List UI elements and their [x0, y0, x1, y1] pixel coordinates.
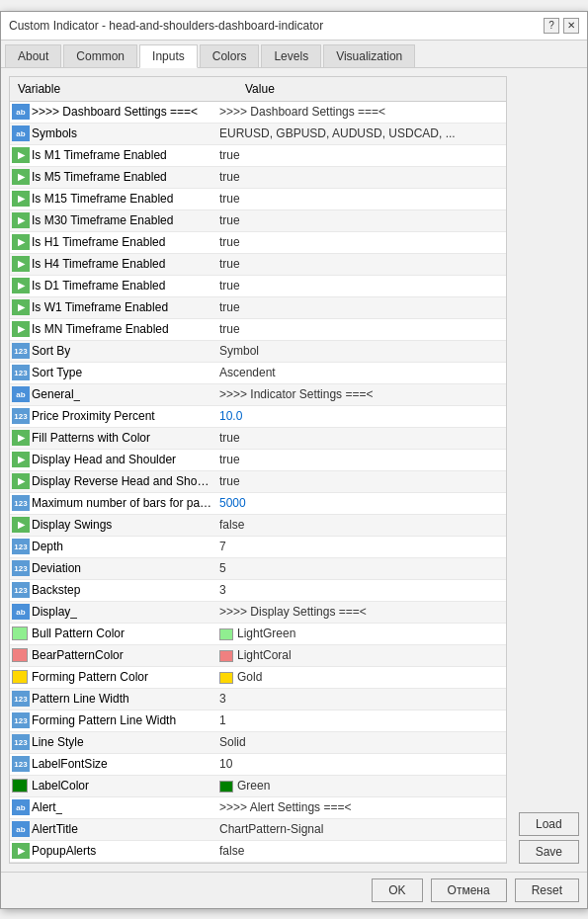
row-value-cell: >>>> Display Settings ===< [215, 603, 506, 621]
row-variable-label: BearPatternColor [32, 648, 124, 662]
green-arrow-icon: ▶ [12, 169, 30, 185]
row-variable-cell: 123Maximum number of bars for patterns s… [10, 493, 215, 513]
tabs-bar: About Common Inputs Colors Levels Visual… [1, 41, 587, 68]
ok-button[interactable]: OK [372, 878, 422, 902]
row-variable-label: Is M1 Timeframe Enabled [32, 148, 167, 162]
green-arrow-icon: ▶ [12, 147, 30, 163]
table-row[interactable]: LabelColorGreen [10, 776, 506, 797]
table-row[interactable]: ▶PopupAlertsfalse [10, 841, 506, 863]
tab-about[interactable]: About [5, 44, 61, 67]
help-button[interactable]: ? [544, 18, 559, 34]
tab-common[interactable]: Common [63, 44, 137, 67]
table-row[interactable]: Forming Pattern ColorGold [10, 667, 506, 689]
row-variable-cell: BearPatternColor [10, 645, 215, 665]
blue-num-icon: 123 [12, 734, 30, 750]
table-row[interactable]: ▶Display Head and Shouldertrue [10, 450, 506, 471]
row-variable-cell: 123Pattern Line Width [10, 689, 215, 709]
row-value-cell: ChartPattern-Signal [215, 820, 506, 838]
green-arrow-icon: ▶ [12, 321, 30, 337]
value-text: LightCoral [237, 648, 292, 662]
table-row[interactable]: ▶Is M5 Timeframe Enabledtrue [10, 167, 506, 189]
main-window: Custom Indicator - head-and-shoulders-da… [0, 11, 588, 909]
reset-button[interactable]: Reset [515, 878, 579, 902]
row-variable-cell: ab>>>> Dashboard Settings ===< [10, 102, 215, 122]
table-row[interactable]: ▶Is M15 Timeframe Enabledtrue [10, 189, 506, 210]
row-variable-label: Bull Pattern Color [32, 627, 125, 640]
header-value: Value [241, 80, 502, 98]
table-row[interactable]: ▶Is H1 Timeframe Enabledtrue [10, 232, 506, 254]
row-variable-label: Fill Patterns with Color [32, 431, 150, 445]
table-row[interactable]: ▶Is H4 Timeframe Enabledtrue [10, 254, 506, 276]
table-row[interactable]: 123Price Proximity Percent10.0 [10, 406, 506, 428]
row-value-cell: true [215, 429, 506, 447]
table-row[interactable]: ▶Is M30 Timeframe Enabledtrue [10, 210, 506, 232]
color-swatch-icon [12, 669, 30, 685]
row-variable-label: Forming Pattern Color [32, 670, 148, 684]
row-variable-label: Display_ [32, 605, 77, 619]
table-row[interactable]: 123Sort BySymbol [10, 341, 506, 363]
row-variable-label: Is W1 Timeframe Enabled [32, 300, 168, 314]
save-button[interactable]: Save [519, 840, 579, 864]
table-row[interactable]: 123Maximum number of bars for patterns s… [10, 493, 506, 515]
table-row[interactable]: ▶Is D1 Timeframe Enabledtrue [10, 276, 506, 297]
table-row[interactable]: ▶Is M1 Timeframe Enabledtrue [10, 145, 506, 167]
tab-colors[interactable]: Colors [200, 44, 260, 67]
close-button[interactable]: ✕ [563, 18, 579, 34]
table-row[interactable]: 123LabelFontSize10 [10, 754, 506, 776]
table-row[interactable]: 123Pattern Line Width3 [10, 689, 506, 710]
row-variable-label: Is M5 Timeframe Enabled [32, 170, 167, 184]
row-variable-label: Price Proximity Percent [32, 409, 155, 423]
row-variable-cell: Bull Pattern Color [10, 624, 215, 643]
table-row[interactable]: ▶Display Reverse Head and Shoulder Pat..… [10, 471, 506, 493]
table-row[interactable]: abSymbolsEURUSD, GBPUSD, AUDUSD, USDCAD,… [10, 124, 506, 145]
table-row[interactable]: 123Line StyleSolid [10, 732, 506, 754]
row-value-cell: >>>> Alert Settings ===< [215, 798, 506, 816]
row-variable-label: LabelColor [32, 779, 89, 793]
row-variable-cell: ▶Is M5 Timeframe Enabled [10, 167, 215, 187]
green-arrow-icon: ▶ [12, 843, 30, 859]
row-value-cell: true [215, 168, 506, 186]
ab-icon: ab [12, 104, 30, 120]
load-button[interactable]: Load [519, 812, 579, 836]
tab-inputs[interactable]: Inputs [139, 44, 198, 68]
row-variable-cell: ▶PopupAlerts [10, 841, 215, 861]
table-row[interactable]: 123Forming Pattern Line Width1 [10, 710, 506, 732]
tab-visualization[interactable]: Visualization [323, 44, 415, 67]
table-row[interactable]: 123Sort TypeAscendent [10, 363, 506, 384]
table-row[interactable]: BearPatternColorLightCoral [10, 645, 506, 667]
row-variable-cell: 123Forming Pattern Line Width [10, 710, 215, 730]
row-value-cell: 1 [215, 711, 506, 729]
row-value-cell: 7 [215, 538, 506, 555]
table-row[interactable]: ▶Fill Patterns with Colortrue [10, 428, 506, 450]
row-variable-cell: abDisplay_ [10, 602, 215, 622]
table-row[interactable]: Bull Pattern ColorLightGreen [10, 624, 506, 645]
table-row[interactable]: ab>>>> Dashboard Settings ===<>>>> Dashb… [10, 102, 506, 124]
table-row[interactable]: 123Depth7 [10, 537, 506, 558]
green-arrow-icon: ▶ [12, 234, 30, 250]
row-variable-label: Line Style [32, 735, 84, 749]
table-row[interactable]: 123Deviation5 [10, 558, 506, 580]
row-variable-label: Is D1 Timeframe Enabled [32, 279, 165, 292]
table-area: Variable Value ab>>>> Dashboard Settings… [9, 76, 507, 864]
table-row[interactable]: abDisplay_>>>> Display Settings ===< [10, 602, 506, 624]
cancel-button[interactable]: Отмена [431, 878, 507, 902]
green-arrow-icon: ▶ [12, 278, 30, 293]
table-row[interactable]: abAlert_>>>> Alert Settings ===< [10, 797, 506, 819]
table-row[interactable]: 123Backstep3 [10, 580, 506, 602]
table-row[interactable]: abAlertTitleChartPattern-Signal [10, 819, 506, 841]
tab-levels[interactable]: Levels [261, 44, 321, 67]
row-variable-cell: ▶Is M15 Timeframe Enabled [10, 189, 215, 209]
row-variable-cell: Forming Pattern Color [10, 667, 215, 687]
table-row[interactable]: ▶Is MN Timeframe Enabledtrue [10, 319, 506, 341]
table-row[interactable]: ▶Is W1 Timeframe Enabledtrue [10, 297, 506, 319]
row-variable-cell: ▶Is D1 Timeframe Enabled [10, 276, 215, 295]
row-value-cell: true [215, 472, 506, 490]
footer: OK Отмена Reset [1, 872, 587, 908]
table-row[interactable]: ▶Display Swingsfalse [10, 515, 506, 537]
row-variable-label: >>>> Dashboard Settings ===< [32, 105, 198, 119]
table-row[interactable]: abGeneral_>>>> Indicator Settings ===< [10, 384, 506, 406]
row-value-cell: true [215, 211, 506, 229]
row-value-cell: >>>> Indicator Settings ===< [215, 385, 506, 403]
row-variable-cell: ▶Is MN Timeframe Enabled [10, 319, 215, 339]
row-value-cell: true [215, 320, 506, 338]
